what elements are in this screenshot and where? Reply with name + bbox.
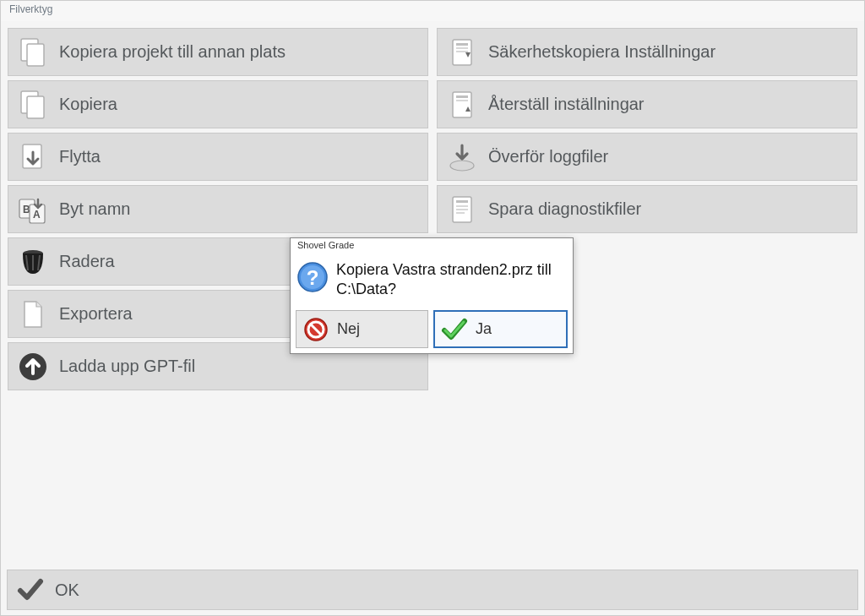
ok-label: OK [55,581,79,600]
svg-rect-1 [27,44,44,66]
svg-rect-3 [27,96,44,118]
dialog-no-button[interactable]: Nej [296,310,428,348]
svg-rect-14 [456,51,468,52]
yes-check-icon [440,315,469,344]
copy-button[interactable]: Kopiera [8,80,428,128]
export-doc-icon [15,297,51,332]
svg-rect-21 [456,205,468,207]
upload-gpt-label: Ladda upp GPT-fil [59,357,195,376]
copy-docs-icon [15,35,51,70]
svg-rect-12 [456,43,468,46]
restore-settings-label: Återställ inställningar [488,95,645,114]
backup-settings-label: Säkerhetskopiera Inställningar [488,42,715,62]
rename-label: Byt namn [59,199,130,219]
upload-arrow-icon [15,349,51,384]
export-label: Exportera [59,304,133,324]
svg-rect-16 [456,95,468,98]
rename-button[interactable]: B A Byt namn [8,185,428,233]
move-label: Flytta [59,147,101,166]
question-icon: ? [296,260,329,294]
svg-rect-17 [456,100,468,101]
dialog-yes-label: Ja [476,320,492,338]
restore-settings-button[interactable]: Återställ inställningar [437,80,857,128]
window-title: Filverktyg [1,1,864,21]
confirm-dialog: Shovel Grade ? Kopiera Vastra stranden2.… [290,237,574,354]
svg-text:?: ? [307,266,319,289]
svg-rect-22 [456,209,468,210]
copy-docs-icon [15,87,51,123]
dialog-body: ? Kopiera Vastra stranden2.prz till C:\D… [291,255,573,307]
ok-button[interactable]: OK [7,570,858,610]
save-diagnostics-button[interactable]: Spara diagnostikfiler [437,185,857,233]
svg-point-18 [450,161,474,171]
dialog-message: Kopiera Vastra stranden2.prz till C:\Dat… [336,260,564,298]
svg-text:A: A [33,209,41,221]
no-icon [302,315,330,344]
restore-doc-icon [444,87,480,123]
settings-doc-icon [444,35,480,70]
copy-label: Kopiera [59,95,117,114]
ok-check-icon [14,574,46,606]
backup-settings-button[interactable]: Säkerhetskopiera Inställningar [437,28,857,76]
transfer-logs-label: Överför loggfiler [488,147,608,166]
copy-project-button[interactable]: Kopiera projekt till annan plats [8,28,428,76]
svg-rect-23 [456,212,465,214]
dialog-yes-button[interactable]: Ja [433,310,568,348]
diagnostics-doc-icon [444,192,480,227]
save-diagnostics-label: Spara diagnostikfiler [488,199,641,219]
svg-rect-13 [456,47,468,49]
dialog-buttons: Nej Ja [291,307,573,353]
dialog-no-label: Nej [337,320,360,338]
trash-icon [15,244,51,280]
rename-icon: B A [15,192,51,227]
download-drive-icon [444,139,480,175]
svg-rect-20 [456,200,468,203]
move-button[interactable]: Flytta [8,133,428,181]
transfer-logs-button[interactable]: Överför loggfiler [437,133,857,181]
dialog-title: Shovel Grade [291,238,573,255]
copy-project-label: Kopiera projekt till annan plats [59,42,286,62]
delete-label: Radera [59,252,115,271]
move-doc-icon [15,139,51,175]
